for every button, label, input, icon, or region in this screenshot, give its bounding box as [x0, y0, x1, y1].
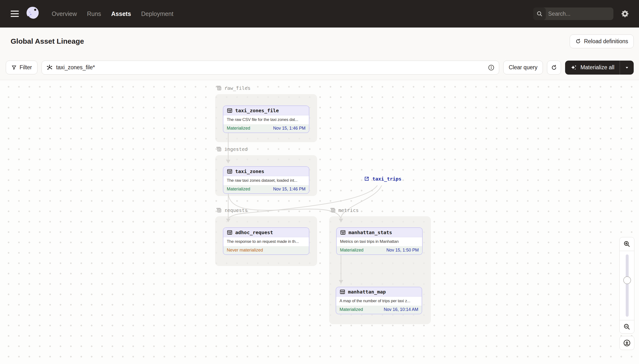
group-label-requests[interactable]: requests: [216, 207, 248, 214]
asset-selector-icon: [46, 64, 53, 71]
materialize-all-label: Materialize all: [580, 64, 614, 71]
group-label-raw_files[interactable]: raw_files: [216, 85, 250, 91]
group-name: metrics: [338, 207, 359, 213]
asset-node-adhoc_request[interactable]: adhoc_request The response to an request…: [223, 228, 309, 255]
dagster-logo[interactable]: [26, 6, 41, 22]
status-badge: Never materialized: [227, 248, 263, 253]
stacked-table-icon: [216, 146, 222, 152]
dagster-logo-icon: [26, 6, 41, 22]
materialization-time: Nov 16, 10:14 AM: [384, 307, 418, 312]
asset-description: Metrics on taxi trips in Manhattan: [337, 237, 422, 246]
zoom-in-icon: [623, 240, 630, 248]
refresh-icon: [551, 64, 557, 71]
filter-label: Filter: [20, 64, 32, 71]
materialization-time: Nov 15, 1:50 PM: [386, 248, 419, 253]
page-title: Global Asset Lineage: [11, 37, 84, 46]
status-badge: Materialized: [227, 186, 250, 192]
external-asset-taxi_trips[interactable]: taxi_trips: [364, 176, 401, 182]
asset-name: taxi_zones_file: [235, 108, 279, 114]
materialize-all-button[interactable]: Materialize all: [565, 60, 620, 74]
asset-node-manhattan_stats[interactable]: manhattan_stats Metrics on taxi trips in…: [336, 228, 423, 255]
global-search[interactable]: /: [533, 8, 613, 20]
group-label-metrics[interactable]: metrics: [330, 207, 359, 214]
materialization-time: Nov 15, 1:46 PM: [273, 186, 305, 192]
asset-description: The raw CSV file for the taxi zones dat.…: [223, 116, 309, 124]
asset-node-taxi_zones[interactable]: taxi_zones The raw taxi zones dataset, l…: [223, 166, 309, 194]
asset-name: adhoc_request: [235, 230, 273, 235]
hamburger-icon[interactable]: [11, 10, 19, 17]
stacked-table-icon: [216, 207, 222, 214]
asset-selection-input[interactable]: [56, 64, 484, 71]
recenter-icon: [623, 339, 631, 347]
materialize-all-split-button: Materialize all: [565, 60, 634, 74]
group-name: raw_files: [224, 85, 250, 91]
table-icon: [227, 230, 233, 235]
edge-taxi_zones-manhattan_stats: [228, 193, 341, 218]
refresh-graph-button[interactable]: [547, 60, 561, 74]
table-icon: [340, 230, 346, 235]
nav-item-overview[interactable]: Overview: [52, 10, 77, 18]
materialize-options-button[interactable]: [620, 60, 634, 74]
sparkle-icon: [570, 64, 577, 71]
clear-query-button[interactable]: Clear query: [503, 60, 543, 74]
group-name: ingested: [224, 146, 248, 152]
funnel-icon: [11, 65, 17, 70]
group-label-ingested[interactable]: ingested: [216, 146, 248, 152]
top-nav: Overview Runs Assets Deployment /: [0, 0, 639, 28]
zoom-slider-track[interactable]: [626, 254, 628, 317]
external-asset-name: taxi_trips: [372, 176, 401, 182]
nav-item-assets[interactable]: Assets: [111, 10, 131, 18]
group-name: requests: [224, 207, 248, 213]
zoom-slider: [619, 251, 634, 320]
stacked-table-icon: [330, 207, 336, 214]
asset-name: manhattan_map: [348, 289, 386, 295]
status-badge: Materialized: [340, 307, 363, 312]
asset-description: The raw taxi zones dataset, loaded int..…: [223, 176, 309, 185]
table-icon: [227, 168, 233, 174]
zoom-out-button[interactable]: [619, 320, 634, 334]
dagster-app: Overview Runs Assets Deployment / Global…: [0, 0, 639, 364]
search-input[interactable]: [546, 10, 613, 17]
lineage-canvas[interactable]: raw_files ingested requests metrics: [0, 80, 639, 364]
table-icon: [340, 289, 345, 295]
zoom-controls: [619, 237, 634, 350]
chevron-down-icon: [624, 65, 629, 70]
info-icon[interactable]: [488, 64, 495, 71]
recenter-view-button[interactable]: [619, 336, 634, 350]
asset-node-taxi_zones_file[interactable]: taxi_zones_file The raw CSV file for the…: [223, 106, 309, 133]
clear-query-label: Clear query: [509, 64, 537, 71]
reload-definitions-button[interactable]: Reload definitions: [570, 34, 634, 48]
table-icon: [227, 108, 233, 114]
nav-item-deployment[interactable]: Deployment: [141, 10, 173, 18]
lineage-edges: [0, 80, 639, 364]
stacked-table-icon: [216, 85, 222, 91]
external-link-icon: [364, 176, 370, 182]
lineage-toolbar: Filter Clear query: [0, 55, 639, 80]
nav-links: Overview Runs Assets Deployment: [52, 10, 173, 18]
asset-description: The response to an request made in th...: [223, 237, 309, 246]
asset-name: taxi_zones: [235, 168, 264, 174]
status-badge: Materialized: [340, 248, 363, 253]
zoom-in-button[interactable]: [619, 237, 634, 251]
page-header: Global Asset Lineage Reload definitions: [0, 28, 639, 55]
asset-description: A map of the number of trips per taxi z.…: [336, 297, 422, 305]
asset-node-manhattan_map[interactable]: manhattan_map A map of the number of tri…: [336, 287, 422, 314]
zoom-slider-thumb[interactable]: [623, 276, 631, 284]
reload-definitions-label: Reload definitions: [584, 38, 628, 45]
gear-icon[interactable]: [621, 10, 629, 18]
asset-selection-input-wrap[interactable]: [42, 60, 499, 74]
zoom-out-icon: [623, 323, 630, 330]
search-icon: [533, 8, 546, 20]
asset-name: manhattan_stats: [348, 230, 392, 235]
refresh-icon: [575, 38, 581, 44]
nav-item-runs[interactable]: Runs: [87, 10, 101, 18]
materialization-time: Nov 15, 1:46 PM: [273, 126, 305, 131]
filter-button[interactable]: Filter: [6, 60, 38, 74]
status-badge: Materialized: [227, 126, 250, 131]
